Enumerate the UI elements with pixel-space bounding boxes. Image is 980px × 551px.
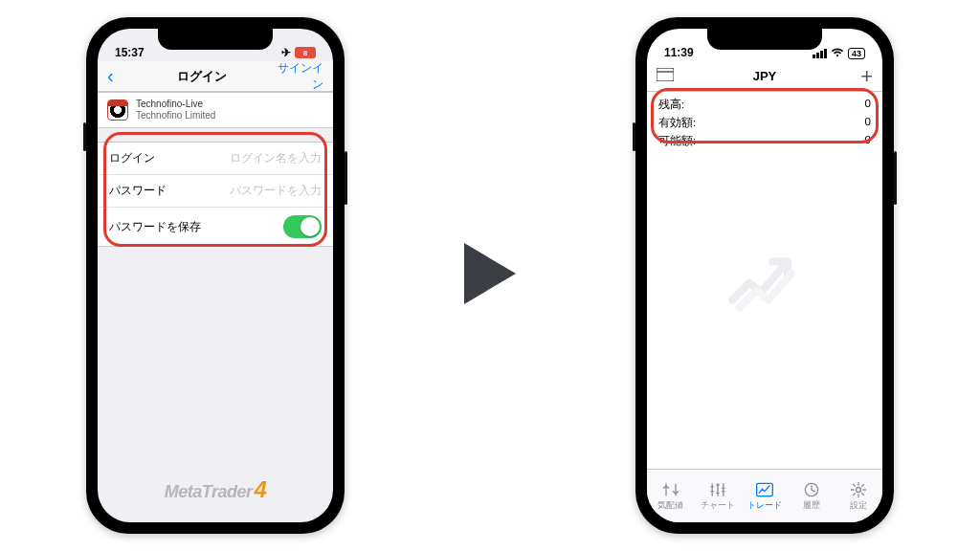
save-password-row: パスワードを保存 xyxy=(98,208,333,246)
broker-icon xyxy=(107,99,128,121)
svg-point-5 xyxy=(857,487,861,492)
airplane-mode-icon: ✈ xyxy=(281,46,291,59)
status-time: 11:39 xyxy=(664,46,694,59)
login-placeholder: ログイン名を入力 xyxy=(230,150,322,166)
nav-title: ログイン xyxy=(134,68,270,85)
account-cell[interactable]: Technofino-Live Technofino Limited xyxy=(98,93,333,127)
phone-left: 15:37 ✈ 8 ‹ ログイン サインイン Technofino-Live T… xyxy=(86,17,345,534)
tab-label: 履歴 xyxy=(803,500,820,512)
tab-quotes[interactable]: 気配値 xyxy=(647,470,694,522)
password-row[interactable]: パスワード パスワードを入力 xyxy=(98,175,333,208)
free-margin-row: 可能額: 0 xyxy=(647,132,882,150)
tab-label: 気配値 xyxy=(657,500,683,512)
empty-trade-watermark-icon xyxy=(726,245,803,322)
arrow-icon xyxy=(457,235,523,316)
balance-value: 0 xyxy=(865,98,871,112)
free-margin-label: 可能額: xyxy=(658,134,696,148)
screen-right: 11:39 43 JPY + 残高: xyxy=(647,29,882,522)
tab-chart[interactable]: チャート xyxy=(694,470,741,522)
balance-label: 残高: xyxy=(658,98,684,112)
account-company: Technofino Limited xyxy=(136,110,323,121)
free-margin-value: 0 xyxy=(865,134,871,148)
tab-bar: 気配値 チャート トレード 履歴 設定 xyxy=(647,469,882,522)
wifi-icon xyxy=(831,48,844,59)
battery-percent-badge: 43 xyxy=(848,48,865,59)
password-placeholder: パスワードを入力 xyxy=(230,183,322,199)
save-password-toggle[interactable] xyxy=(283,215,322,238)
nav-title: JPY xyxy=(683,69,846,83)
nav-bar: ‹ ログイン サインイン xyxy=(98,61,333,92)
new-order-button[interactable]: + xyxy=(846,64,873,89)
svg-rect-3 xyxy=(757,483,773,496)
back-button[interactable]: ‹ xyxy=(107,65,134,87)
phone-right: 11:39 43 JPY + 残高: xyxy=(635,17,894,534)
svg-marker-0 xyxy=(464,243,516,304)
account-summary-icon[interactable] xyxy=(657,68,683,85)
equity-label: 有効額: xyxy=(658,116,696,130)
login-label: ログイン xyxy=(109,150,155,166)
notch xyxy=(707,29,822,50)
login-row[interactable]: ログイン ログイン名を入力 xyxy=(98,143,333,175)
tab-settings[interactable]: 設定 xyxy=(835,470,882,522)
tab-trade[interactable]: トレード xyxy=(741,470,788,522)
nav-bar: JPY + xyxy=(647,61,882,92)
cellular-icon xyxy=(813,49,827,58)
balance-row: 残高: 0 xyxy=(647,96,882,114)
tab-label: トレード xyxy=(747,500,782,512)
tab-label: 設定 xyxy=(850,500,867,512)
signin-button[interactable]: サインイン xyxy=(270,60,323,93)
tab-label: チャート xyxy=(701,500,735,512)
equity-value: 0 xyxy=(865,116,871,130)
notch xyxy=(158,29,273,50)
save-password-label: パスワードを保存 xyxy=(109,219,201,235)
account-name: Technofino-Live xyxy=(136,99,323,110)
svg-rect-1 xyxy=(657,68,674,81)
password-label: パスワード xyxy=(109,183,167,199)
status-time: 15:37 xyxy=(115,46,145,59)
battery-low-badge: 8 xyxy=(295,47,316,58)
tab-history[interactable]: 履歴 xyxy=(789,470,835,522)
equity-row: 有効額: 0 xyxy=(647,114,882,132)
screen-left: 15:37 ✈ 8 ‹ ログイン サインイン Technofino-Live T… xyxy=(98,29,333,522)
metatrader4-logo: MetaTrader4 xyxy=(98,476,333,503)
